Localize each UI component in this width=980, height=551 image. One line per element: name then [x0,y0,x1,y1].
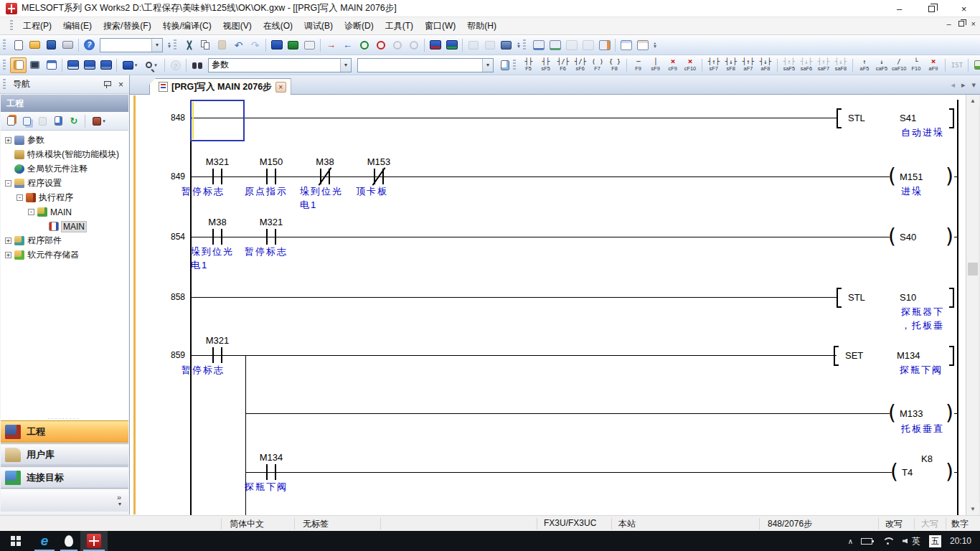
tree-item-pou[interactable]: + 程序部件 [5,234,62,248]
ladder-tool-button[interactable]: ┤↑├aF7 [740,56,757,75]
minimize-button[interactable]: – [883,0,915,17]
device-display-dropdown-button[interactable]: ▾ [119,57,141,73]
copy-item-button[interactable] [19,114,34,128]
contact-no[interactable] [262,229,281,245]
ladder-tool-button[interactable]: ×aF9 [925,56,942,75]
instruction-operand[interactable]: M134 [897,350,920,361]
combo-arrow-icon[interactable]: ▾ [151,39,162,52]
input-language-indicator[interactable]: 英 [912,535,920,547]
tab-main-program[interactable]: [PRG]写入 MAIN 2076步 × [149,78,291,95]
copy-button[interactable] [197,37,214,53]
ladder-tool-button[interactable]: ┤↓├saF8 [832,56,849,75]
ladder-monitor-button[interactable] [530,37,547,53]
ladder-tool-button[interactable]: ─F9 [630,56,647,75]
save-button[interactable] [43,37,60,53]
device-display-cancel-button[interactable] [443,37,460,53]
contact-no[interactable] [208,229,227,245]
device-memory-button[interactable] [81,57,98,73]
device-comment-button[interactable] [65,57,81,73]
ladder-tool-button[interactable]: ↓caF5 [873,56,890,75]
contact-no[interactable] [262,464,281,480]
ladder-tool-button[interactable]: IST [948,56,966,75]
close-button[interactable]: × [948,0,980,17]
ladder-tool-button[interactable]: ×cF9 [664,56,682,75]
ladder-edit-button[interactable] [547,37,563,53]
tab-scroll-left-button[interactable]: ◂ [951,80,955,90]
monitor-pause-button[interactable] [389,37,405,53]
accordion-project-button[interactable]: 工程 [1,420,128,443]
accordion-user-library-button[interactable]: 用户库 [1,443,128,466]
context-help-button[interactable]: ? [167,57,184,73]
contact-nc[interactable] [316,169,334,184]
ladder-tool-button[interactable]: ┤/├sF6 [572,56,589,75]
expander-icon[interactable]: - [28,209,34,215]
panel-close-button[interactable]: × [118,80,123,90]
ladder-tool-button[interactable]: ↑aF5 [856,56,873,75]
zoom-dropdown-button[interactable]: ▾ [141,57,162,73]
taskbar-gxworks2-button[interactable] [80,531,108,551]
write-to-plc-button[interactable]: → [323,37,339,53]
taskbar-edge-button[interactable]: e [32,531,57,551]
instruction-opcode[interactable]: STL [848,113,865,123]
expander-icon[interactable]: - [17,194,23,201]
expander-icon[interactable]: + [5,137,11,143]
contact-no[interactable] [208,169,227,184]
open-pc-window-button[interactable] [498,37,514,53]
menu-item[interactable]: 调试(B) [298,19,339,33]
ime-mode-indicator[interactable]: 五 [929,535,941,547]
taskbar-app2-button[interactable] [57,531,80,551]
mdi-close-button[interactable]: × [971,19,976,28]
device-monitor-button[interactable] [98,57,114,73]
module-configuration-button[interactable] [27,57,43,73]
window-select-combobox[interactable]: 参数▾ [208,58,352,72]
instruction-opcode[interactable]: STL [848,292,865,303]
device-display-button[interactable] [427,37,443,53]
expander-icon[interactable]: + [5,252,11,258]
tree-item-program-setting[interactable]: - 程序设置 [5,176,62,190]
combo-arrow-icon[interactable]: ▾ [482,59,493,72]
toolbar-overflow-button[interactable]: ▪▾ [651,37,659,53]
clock[interactable]: 20:10 [950,536,971,546]
ladder-tool-button[interactable]: ×cF10 [682,56,699,75]
menu-item[interactable]: 转换/编译(C) [157,19,217,33]
restore-button[interactable] [915,0,948,17]
speaker-icon[interactable] [903,539,908,544]
wifi-icon[interactable] [882,537,892,545]
accordion-connection-button[interactable]: 连接目标 [1,466,128,489]
open-project-button[interactable] [27,37,43,53]
ladder-tool-button[interactable]: │sF9 [647,56,664,75]
contact-nc[interactable] [369,169,388,184]
window-cascade-button[interactable] [465,37,481,53]
tab-scroll-right-button[interactable]: ▸ [961,80,966,90]
ladder-zoom-button[interactable] [580,37,596,53]
undo-button[interactable]: ↶ [230,37,247,53]
read-from-plc-button[interactable]: ← [339,37,356,53]
ladder-tool-button[interactable]: ┤/├F6 [555,56,572,75]
tree-item-main-block[interactable]: - MAIN [28,205,72,219]
monitor-step-button[interactable] [405,37,422,53]
instruction-operand[interactable]: S41 [900,113,916,123]
tab-close-button[interactable]: × [275,82,286,93]
menu-item[interactable]: 工具(T) [380,19,419,33]
ladder-tool-button[interactable]: ┤↑├sF7 [705,56,722,75]
ladder-tool-button[interactable]: ┤↓├sF8 [722,56,740,75]
function-block-combobox[interactable]: ▾ [100,38,163,52]
instruction-operand[interactable]: S10 [900,292,916,303]
property-button[interactable] [51,114,65,128]
tree-item-device-memory[interactable]: + 软元件存储器 [5,248,79,262]
ladder-tool-button[interactable]: └F10 [908,56,925,75]
coil-device[interactable]: M151 [900,171,923,182]
battery-icon[interactable] [861,538,872,545]
accordion-more-button[interactable]: » ▾ [1,490,128,512]
scrollbar-thumb[interactable] [968,263,978,276]
tree-item-special-module[interactable]: 特殊模块(智能功能模块) [14,148,119,161]
pin-icon[interactable] [103,80,111,88]
tab-list-button[interactable]: ▾ [971,80,976,90]
coil-device[interactable]: S40 [900,232,916,242]
ladder-tool-button[interactable]: ┤↑├saF7 [815,56,832,75]
coil-device[interactable]: M133 [900,408,923,419]
ladder-tool-button[interactable]: { }F8 [606,56,623,75]
paste-button[interactable] [214,37,230,53]
ladder-tool-button[interactable]: ┤↓├aF8 [757,56,774,75]
monitor-mode-button[interactable] [285,37,301,53]
